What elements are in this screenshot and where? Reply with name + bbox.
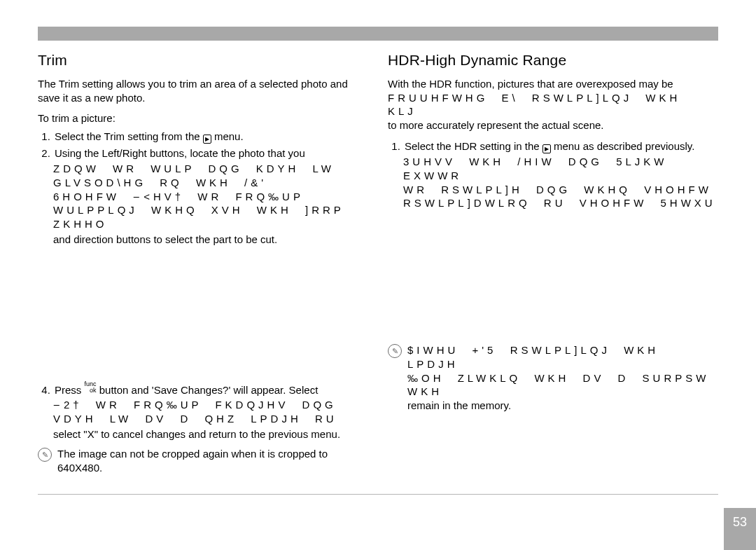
trim-garbled-1: ZDQW WR WULP DQG KDYH LW GLVSOD\HG RQ WK…	[38, 162, 368, 190]
hdr-step-1b: menu as described previously.	[554, 140, 695, 152]
trim-step-4: Press funcok button and 'Save Changes?' …	[53, 381, 368, 397]
trim-heading: Trim	[38, 50, 368, 70]
func-ok-icon: funcok	[85, 381, 97, 394]
hdr-garbled-1: 3UHVV WKH /HIW DQG 5LJKW EXWWR	[388, 155, 718, 183]
trim-step-1a: Select the Trim setting from the	[55, 130, 203, 142]
footer-separator	[38, 494, 718, 495]
left-column: Trim The Trim setting allows you to trim…	[38, 50, 368, 474]
hdr-note-tail: remain in the memory.	[407, 399, 718, 413]
trim-step-4b: button and 'Save Changes?' will appear. …	[99, 384, 318, 396]
hdr-garbled-3: RSWLPL]DWLRQ RU VHOHFW 5HWXU	[388, 196, 718, 210]
playback-menu-icon	[203, 135, 211, 144]
trim-step-1b: menu.	[214, 130, 244, 142]
hdr-garbled-intro: FRUUHFWHG E\ RSWLPL]LQJ WKH KLJ	[388, 91, 718, 119]
hdr-step-1: Select the HDR setting in the menu as de…	[403, 139, 718, 153]
note-icon: ✎	[388, 344, 402, 358]
trim-steps: Select the Trim setting from the menu. U…	[38, 130, 368, 160]
trim-step-4a: Press	[55, 384, 85, 396]
trim-note-row: ✎ The image can not be cropped again whe…	[38, 447, 368, 475]
hdr-note-row: ✎ $IWHU +'5 RSWLPL]LQJ WKH LPDJH ‰OH ZLW…	[388, 343, 718, 413]
trim-note-text: The image can not be cropped again when …	[57, 447, 368, 475]
trim-garbled-3: ‒2† WR FRQ‰UP FKDQJHV DQG VDYH LW DV D Q…	[38, 398, 368, 426]
note-icon: ✎	[38, 448, 52, 462]
trim-intro: The Trim setting allows you to trim an a…	[38, 77, 368, 105]
trim-step-1: Select the Trim setting from the menu.	[53, 130, 368, 144]
trim-step-2: Using the Left/Right buttons, locate the…	[53, 146, 368, 160]
trim-step-4c: select "X" to cancel changes and return …	[38, 427, 368, 441]
playback-menu-icon	[542, 144, 551, 153]
hdr-garbled-2: WR RSWLPL]H DQG WKHQ VHOHFW	[388, 183, 718, 197]
hdr-steps: Select the HDR setting in the menu as de…	[388, 139, 718, 153]
trim-steps-cont: Press funcok button and 'Save Changes?' …	[38, 381, 368, 397]
hdr-step-1a: Select the HDR setting in the	[405, 140, 542, 152]
hdr-garbled-note-2: ‰OH ZLWKLQ WKH DV D SURPSW WKH	[407, 371, 718, 399]
trim-step-2-text: Using the Left/Right buttons, locate the…	[55, 147, 305, 159]
content-columns: Trim The Trim setting allows you to trim…	[38, 50, 718, 474]
trim-garbled-2: 6HOHFW ‒<HV† WR FRQ‰UP WULPPLQJ WKHQ XVH…	[38, 190, 368, 231]
page-number-badge: 53	[724, 508, 756, 550]
trim-step-3b: and direction buttons to select the part…	[38, 233, 368, 247]
hdr-garbled-note-1: $IWHU +'5 RSWLPL]LQJ WKH LPDJH	[407, 343, 718, 371]
hdr-note-text: $IWHU +'5 RSWLPL]LQJ WKH LPDJH ‰OH ZLWKL…	[407, 343, 718, 413]
header-bar	[38, 27, 718, 41]
right-column: HDR-High Dynamic Range With the HDR func…	[388, 50, 718, 474]
hdr-intro-2: to more accurately represent the actual …	[388, 118, 718, 132]
trim-howto-label: To trim a picture:	[38, 111, 368, 125]
manual-page: Trim The Trim setting allows you to trim…	[0, 0, 756, 550]
hdr-intro-1: With the HDR function, pictures that are…	[388, 77, 718, 91]
hdr-heading: HDR-High Dynamic Range	[388, 50, 718, 70]
